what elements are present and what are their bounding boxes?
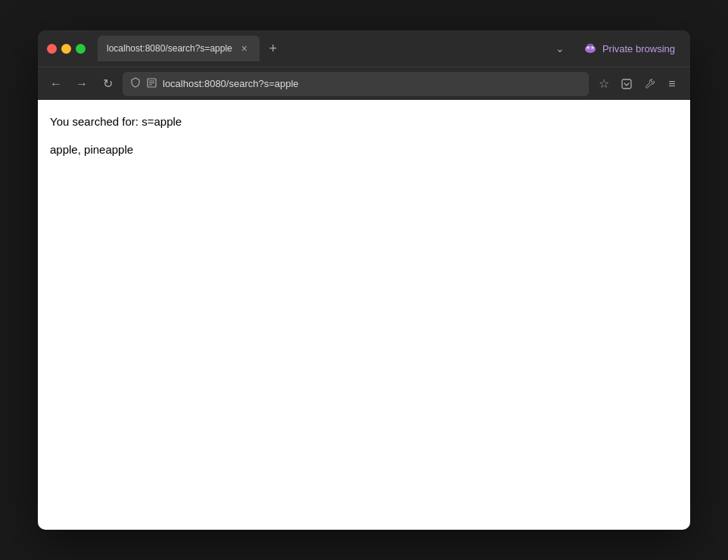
tab-close-button[interactable]: × — [238, 42, 250, 54]
search-result-label: You searched for: s=apple — [50, 115, 678, 128]
private-browsing-icon — [583, 41, 598, 56]
new-tab-button[interactable]: + — [263, 38, 284, 59]
pocket-icon — [621, 78, 633, 90]
private-browsing-label: Private browsing — [602, 43, 675, 54]
page-icon — [147, 78, 157, 90]
forward-button[interactable]: → — [71, 73, 92, 95]
tab-list-button[interactable]: ⌄ — [549, 38, 571, 59]
address-bar[interactable]: localhost:8080/search?s=apple — [123, 72, 589, 96]
security-icon — [130, 77, 141, 90]
tab-strip: localhost:8080/search?s=apple × + — [98, 36, 543, 61]
minimize-button[interactable] — [61, 44, 71, 54]
svg-point-3 — [587, 47, 589, 48]
reload-button[interactable]: ↻ — [97, 73, 118, 95]
active-tab[interactable]: localhost:8080/search?s=apple × — [98, 36, 260, 61]
back-button[interactable]: ← — [45, 73, 67, 95]
title-bar: localhost:8080/search?s=apple × + ⌄ Priv… — [38, 30, 690, 67]
tools-button[interactable] — [639, 73, 660, 95]
menu-button[interactable]: ≡ — [661, 73, 683, 95]
maximize-button[interactable] — [76, 44, 86, 54]
tab-title: localhost:8080/search?s=apple — [107, 43, 232, 54]
traffic-lights — [47, 44, 86, 54]
bookmark-button[interactable]: ☆ — [593, 73, 614, 95]
nav-right-buttons: ☆ ≡ — [593, 73, 683, 95]
page-content: You searched for: s=apple apple, pineapp… — [38, 100, 690, 530]
nav-bar: ← → ↻ localhost:8080/search?s=ap — [38, 67, 690, 100]
svg-point-4 — [592, 47, 593, 48]
close-button[interactable] — [47, 44, 57, 54]
search-results: apple, pineapple — [50, 143, 678, 156]
wrench-icon — [644, 78, 655, 89]
pocket-button[interactable] — [616, 73, 637, 95]
browser-window: localhost:8080/search?s=apple × + ⌄ Priv… — [38, 30, 690, 530]
title-bar-right: ⌄ Private browsing — [549, 38, 681, 59]
address-url: localhost:8080/search?s=apple — [163, 78, 581, 89]
svg-rect-9 — [622, 79, 631, 89]
private-browsing-badge[interactable]: Private browsing — [577, 38, 681, 59]
